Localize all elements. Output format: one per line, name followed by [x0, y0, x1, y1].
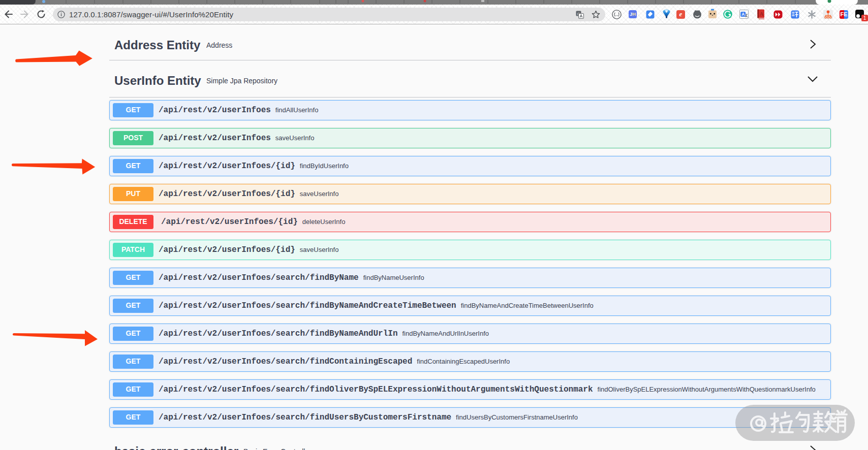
svg-text:A: A [741, 12, 745, 17]
svg-text:A: A [760, 11, 764, 17]
